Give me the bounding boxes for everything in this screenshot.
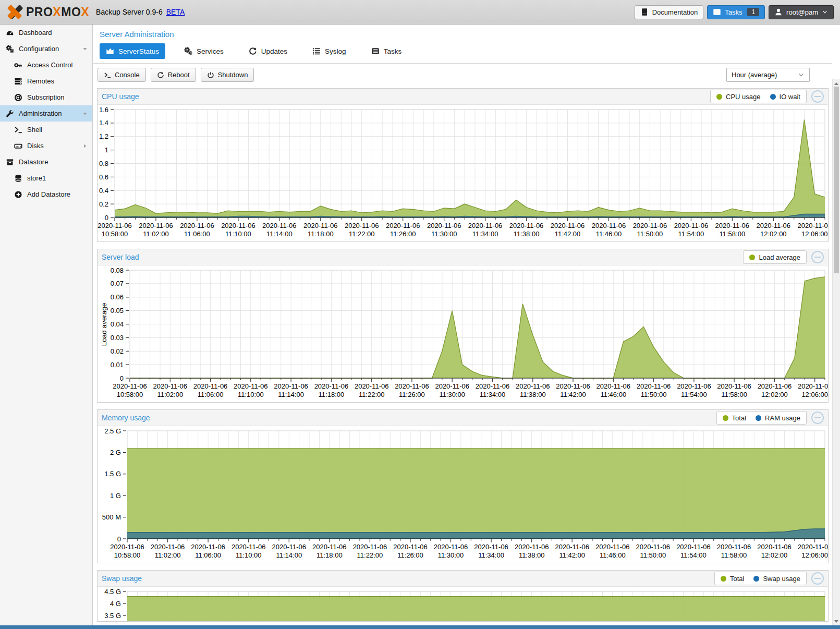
sidebar-item-subscription[interactable]: Subscription [0, 89, 92, 105]
sidebar-item-remotes[interactable]: Remotes [0, 73, 92, 89]
legend-item-total[interactable]: Total [721, 575, 744, 583]
user-menu-button[interactable]: root@pam [769, 5, 834, 19]
caret-down-icon[interactable] [82, 46, 88, 52]
svg-text:4.5 G: 4.5 G [104, 588, 121, 596]
svg-text:2020-11-06: 2020-11-06 [551, 222, 585, 229]
legend-item-total[interactable]: Total [723, 414, 746, 422]
scroll-up-arrow-icon[interactable] [833, 80, 840, 87]
tab-tasks[interactable]: Tasks [365, 43, 408, 59]
svg-text:2020-11-06: 2020-11-06 [636, 543, 671, 551]
tab-syslog[interactable]: Syslog [306, 43, 352, 59]
legend-item-io-wait[interactable]: IO wait [770, 93, 800, 101]
svg-text:1.6: 1.6 [99, 106, 108, 114]
collapse-panel-icon[interactable] [811, 412, 824, 424]
svg-text:11:14:00: 11:14:00 [278, 391, 304, 398]
svg-text:0.02: 0.02 [111, 347, 124, 355]
svg-text:2020-11-06: 2020-11-06 [221, 222, 255, 229]
svg-text:12:06:00: 12:06:00 [801, 551, 828, 559]
sidebar-item-disks[interactable]: Disks [0, 138, 92, 154]
vertical-scrollbar[interactable] [832, 79, 840, 625]
svg-text:12:02:00: 12:02:00 [760, 230, 787, 238]
list-icon [312, 47, 321, 55]
book-icon [640, 8, 649, 16]
svg-text:11:42:00: 11:42:00 [559, 551, 585, 559]
legend-item-ram-usage[interactable]: RAM usage [756, 414, 800, 422]
sidebar-item-label: Datastore [19, 158, 48, 166]
svg-text:2020-11-06: 2020-11-06 [677, 382, 711, 390]
svg-text:11:34:00: 11:34:00 [480, 391, 506, 398]
svg-text:2020-11-06: 2020-11-06 [232, 543, 266, 551]
sidebar-item-configuration[interactable]: Configuration [0, 41, 92, 57]
svg-text:11:50:00: 11:50:00 [640, 551, 666, 559]
sidebar-item-label: Administration [19, 110, 62, 117]
shutdown-button[interactable]: Shutdown [201, 68, 254, 82]
legend-label: Load average [759, 253, 800, 261]
legend-dot-icon [721, 576, 726, 582]
tab-serverstatus[interactable]: ServerStatus [100, 43, 165, 59]
refresh-icon [249, 47, 257, 55]
svg-text:11:06:00: 11:06:00 [198, 391, 224, 398]
reboot-button[interactable]: Reboot [151, 68, 196, 82]
svg-text:0.06: 0.06 [111, 293, 124, 301]
scrollbar-thumb[interactable] [834, 87, 839, 273]
svg-text:2020-11-06: 2020-11-06 [314, 382, 349, 390]
svg-text:2020-11-06: 2020-11-06 [515, 543, 549, 551]
svg-text:11:54:00: 11:54:00 [680, 551, 707, 559]
time-range-value: Hour (average) [732, 71, 777, 79]
beta-link[interactable]: BETA [166, 8, 185, 16]
svg-text:11:46:00: 11:46:00 [600, 551, 626, 559]
svg-text:10:58:00: 10:58:00 [117, 391, 143, 398]
svg-text:2020-11-06: 2020-11-06 [427, 222, 461, 229]
tab-services[interactable]: Services [178, 43, 230, 59]
collapse-panel-icon[interactable] [811, 251, 824, 263]
sidebar-item-datastore[interactable]: Datastore [0, 154, 92, 170]
sidebar-item-access-control[interactable]: Access Control [0, 57, 92, 73]
legend-item-load-average[interactable]: Load average [749, 253, 800, 261]
shutdown-label: Shutdown [218, 71, 248, 79]
product-version: Backup Server 0.9-6 [96, 8, 163, 16]
sidebar-item-dashboard[interactable]: Dashboard [0, 25, 92, 41]
legend-item-swap-usage[interactable]: Swap usage [753, 575, 800, 583]
svg-text:11:46:00: 11:46:00 [600, 391, 626, 398]
collapse-panel-icon[interactable] [811, 572, 824, 585]
svg-text:11:02:00: 11:02:00 [157, 391, 183, 398]
collapse-panel-icon[interactable] [811, 90, 824, 103]
toolbar: Console Reboot Shutdown Hour (average) [98, 68, 832, 82]
svg-text:11:30:00: 11:30:00 [439, 391, 465, 398]
svg-text:2020-11-06: 2020-11-06 [468, 222, 503, 229]
svg-text:2020-11-06: 2020-11-06 [262, 222, 297, 229]
svg-text:2020-11-06: 2020-11-06 [191, 543, 225, 551]
sidebar-item-store1[interactable]: store1 [0, 170, 92, 186]
terminal-icon [104, 71, 111, 79]
sidebar-item-add-datastore[interactable]: Add Datastore [0, 186, 92, 202]
documentation-button[interactable]: Documentation [635, 5, 703, 19]
time-range-select[interactable]: Hour (average) [726, 68, 810, 82]
svg-text:4 G: 4 G [110, 600, 121, 608]
svg-text:500 M: 500 M [102, 513, 121, 521]
sidebar-item-administration[interactable]: Administration [0, 105, 92, 122]
svg-text:2020-11-06: 2020-11-06 [637, 382, 671, 390]
svg-text:2020-11-06: 2020-11-06 [110, 543, 144, 551]
svg-text:11:42:00: 11:42:00 [560, 391, 586, 398]
console-button[interactable]: Console [98, 68, 146, 82]
scroll-down-arrow-icon[interactable] [833, 618, 840, 625]
swap-usage-chart-body: 0500 M1 G1.5 G2 G2.5 G3 G3.5 G4 G4.5 G20… [98, 587, 828, 621]
sidebar-item-shell[interactable]: Shell [0, 122, 92, 138]
svg-text:11:18:00: 11:18:00 [316, 551, 343, 559]
svg-text:2020-11-06: 2020-11-06 [555, 543, 589, 551]
tab-updates[interactable]: Updates [242, 43, 294, 59]
svg-text:11:34:00: 11:34:00 [472, 230, 498, 238]
svg-text:11:30:00: 11:30:00 [438, 551, 464, 559]
area-chart-icon [106, 47, 114, 55]
svg-text:2020-11-06: 2020-11-06 [757, 222, 791, 229]
reboot-icon [157, 71, 164, 79]
tasks-button[interactable]: Tasks 1 [707, 5, 765, 19]
tasks-count-badge: 1 [747, 8, 759, 16]
caret-down-icon[interactable] [82, 111, 88, 117]
chart-panels: CPU usageCPU usageIO wait 00.20.40.60.81… [97, 88, 829, 622]
svg-text:2020-11-06: 2020-11-06 [798, 222, 828, 229]
svg-text:12:06:00: 12:06:00 [801, 230, 828, 238]
caret-right-icon[interactable] [82, 143, 88, 149]
legend-item-cpu-usage[interactable]: CPU usage [716, 93, 760, 101]
svg-text:11:06:00: 11:06:00 [195, 551, 221, 559]
